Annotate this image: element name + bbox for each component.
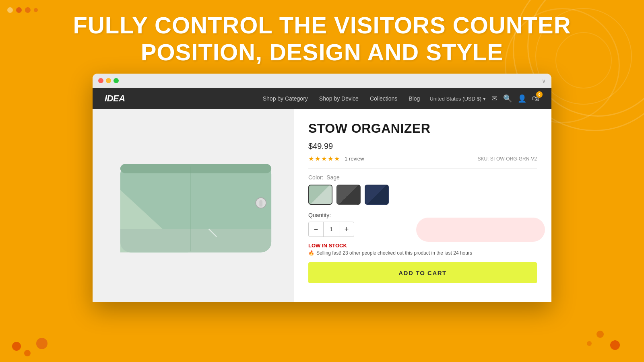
color-swatches bbox=[308, 185, 537, 205]
fire-icon-inline: 🔥 bbox=[308, 250, 314, 256]
browser-dots bbox=[98, 78, 119, 83]
headline-text: FULLY CONTROL THE VISITORS COUNTER POSIT… bbox=[8, 12, 636, 66]
svg-rect-1 bbox=[120, 164, 271, 173]
store-logo: IDEA bbox=[105, 93, 125, 104]
quantity-label: Quantity: bbox=[308, 212, 537, 218]
product-price: $49.99 bbox=[308, 142, 537, 151]
browser-chevron: ∨ bbox=[542, 78, 546, 84]
svg-rect-6 bbox=[259, 200, 262, 207]
color-swatch-sage[interactable] bbox=[308, 185, 332, 205]
locale-selector[interactable]: United States (USD $) ▾ bbox=[429, 96, 486, 102]
rating-count: 1 review bbox=[345, 156, 364, 162]
color-label: Color: Sage bbox=[308, 174, 537, 181]
browser-window: ∨ IDEA Shop by Category Shop by Device C… bbox=[93, 74, 551, 302]
stock-warning: LOW IN STOCK bbox=[308, 243, 537, 249]
urgency-text: Selling fast! 23 other people checked ou… bbox=[316, 250, 472, 256]
headline-section: FULLY CONTROL THE VISITORS COUNTER POSIT… bbox=[0, 0, 644, 74]
quantity-control: − 1 + bbox=[308, 222, 354, 237]
quantity-decrease-button[interactable]: − bbox=[309, 222, 323, 237]
locale-chevron-icon: ▾ bbox=[483, 96, 486, 102]
color-swatch-charcoal[interactable] bbox=[336, 185, 361, 205]
product-area: STOW ORGANIZER $49.99 ★★★★★ 1 review SKU… bbox=[93, 109, 551, 302]
account-icon[interactable]: 👤 bbox=[518, 94, 526, 103]
search-icon[interactable]: 🔍 bbox=[503, 94, 512, 103]
urgency-glow bbox=[416, 218, 545, 242]
nav-collections[interactable]: Collections bbox=[370, 95, 397, 102]
add-to-cart-button[interactable]: ADD TO CART bbox=[308, 262, 537, 283]
product-details-column: STOW ORGANIZER $49.99 ★★★★★ 1 review SKU… bbox=[294, 109, 551, 302]
browser-bar: ∨ bbox=[93, 74, 551, 88]
nav-icons: United States (USD $) ▾ ✉ 🔍 👤 🛍 0 bbox=[429, 94, 539, 103]
nav-links: Shop by Category Shop by Device Collecti… bbox=[263, 95, 420, 102]
quantity-value: 1 bbox=[323, 222, 339, 237]
product-sku: SKU: STOW-ORG-GRN-V2 bbox=[477, 156, 537, 162]
nav-shop-category[interactable]: Shop by Category bbox=[263, 95, 308, 102]
urgency-inline: 🔥 Selling fast! 23 other people checked … bbox=[308, 250, 537, 256]
quantity-increase-button[interactable]: + bbox=[339, 222, 354, 237]
product-rating: ★★★★★ 1 review SKU: STOW-ORG-GRN-V2 bbox=[308, 155, 537, 162]
color-swatch-navy[interactable] bbox=[365, 185, 389, 205]
cart-badge: 0 bbox=[536, 91, 543, 98]
nav-blog[interactable]: Blog bbox=[409, 95, 420, 102]
email-icon[interactable]: ✉ bbox=[491, 94, 497, 103]
product-image-column bbox=[93, 109, 294, 302]
rating-stars: ★★★★★ bbox=[308, 155, 341, 162]
product-title: STOW ORGANIZER bbox=[308, 121, 537, 136]
divider bbox=[308, 168, 537, 169]
nav-shop-device[interactable]: Shop by Device bbox=[319, 95, 359, 102]
browser-dot-yellow[interactable] bbox=[106, 78, 111, 83]
store-navbar: IDEA Shop by Category Shop by Device Col… bbox=[93, 88, 551, 109]
cart-icon[interactable]: 🛍 0 bbox=[532, 95, 539, 103]
browser-dot-red[interactable] bbox=[98, 78, 103, 83]
quantity-row: − 1 + 🔥 Selling fast! 23 other people ch… bbox=[308, 222, 537, 237]
product-image bbox=[105, 121, 282, 290]
browser-dot-green[interactable] bbox=[114, 78, 119, 83]
svg-rect-3 bbox=[120, 229, 271, 253]
